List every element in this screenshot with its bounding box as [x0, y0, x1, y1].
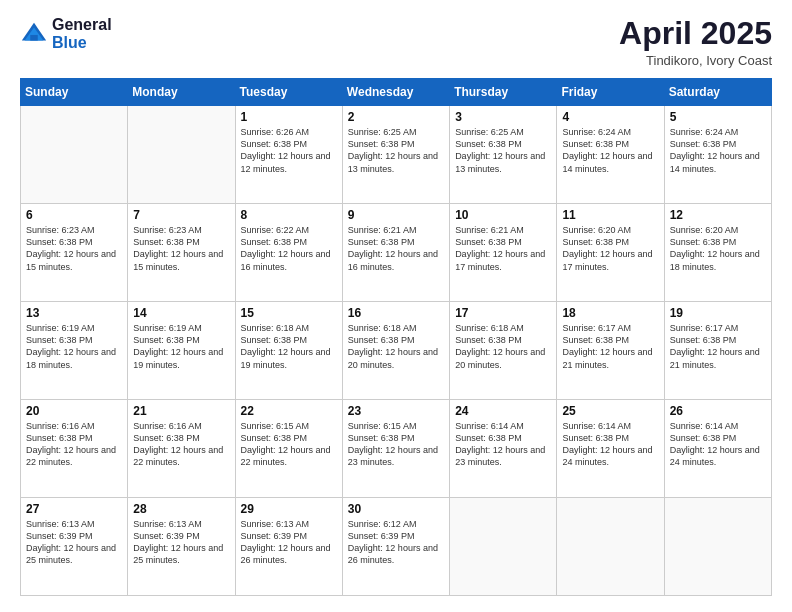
- day-info: Sunrise: 6:23 AM Sunset: 6:38 PM Dayligh…: [26, 224, 122, 273]
- day-number: 10: [455, 208, 551, 222]
- day-info: Sunrise: 6:24 AM Sunset: 6:38 PM Dayligh…: [562, 126, 658, 175]
- calendar-cell: 6Sunrise: 6:23 AM Sunset: 6:38 PM Daylig…: [21, 204, 128, 302]
- calendar-cell: 26Sunrise: 6:14 AM Sunset: 6:38 PM Dayli…: [664, 400, 771, 498]
- day-info: Sunrise: 6:19 AM Sunset: 6:38 PM Dayligh…: [133, 322, 229, 371]
- day-number: 28: [133, 502, 229, 516]
- calendar-day-header: Saturday: [664, 79, 771, 106]
- day-info: Sunrise: 6:13 AM Sunset: 6:39 PM Dayligh…: [241, 518, 337, 567]
- day-number: 20: [26, 404, 122, 418]
- day-info: Sunrise: 6:16 AM Sunset: 6:38 PM Dayligh…: [26, 420, 122, 469]
- calendar-day-header: Monday: [128, 79, 235, 106]
- day-number: 27: [26, 502, 122, 516]
- day-info: Sunrise: 6:18 AM Sunset: 6:38 PM Dayligh…: [455, 322, 551, 371]
- calendar-cell: 9Sunrise: 6:21 AM Sunset: 6:38 PM Daylig…: [342, 204, 449, 302]
- day-number: 14: [133, 306, 229, 320]
- calendar-cell: [450, 498, 557, 596]
- day-number: 5: [670, 110, 766, 124]
- day-info: Sunrise: 6:18 AM Sunset: 6:38 PM Dayligh…: [241, 322, 337, 371]
- calendar-cell: 16Sunrise: 6:18 AM Sunset: 6:38 PM Dayli…: [342, 302, 449, 400]
- day-info: Sunrise: 6:24 AM Sunset: 6:38 PM Dayligh…: [670, 126, 766, 175]
- calendar-day-header: Friday: [557, 79, 664, 106]
- day-number: 21: [133, 404, 229, 418]
- calendar-cell: 30Sunrise: 6:12 AM Sunset: 6:39 PM Dayli…: [342, 498, 449, 596]
- day-info: Sunrise: 6:17 AM Sunset: 6:38 PM Dayligh…: [562, 322, 658, 371]
- calendar-cell: 11Sunrise: 6:20 AM Sunset: 6:38 PM Dayli…: [557, 204, 664, 302]
- calendar-cell: 23Sunrise: 6:15 AM Sunset: 6:38 PM Dayli…: [342, 400, 449, 498]
- day-number: 8: [241, 208, 337, 222]
- day-info: Sunrise: 6:26 AM Sunset: 6:38 PM Dayligh…: [241, 126, 337, 175]
- day-number: 13: [26, 306, 122, 320]
- day-number: 4: [562, 110, 658, 124]
- calendar-cell: 3Sunrise: 6:25 AM Sunset: 6:38 PM Daylig…: [450, 106, 557, 204]
- day-info: Sunrise: 6:25 AM Sunset: 6:38 PM Dayligh…: [455, 126, 551, 175]
- calendar-body: 1Sunrise: 6:26 AM Sunset: 6:38 PM Daylig…: [21, 106, 772, 596]
- calendar-cell: 25Sunrise: 6:14 AM Sunset: 6:38 PM Dayli…: [557, 400, 664, 498]
- page-title: April 2025: [619, 16, 772, 51]
- day-number: 12: [670, 208, 766, 222]
- day-number: 24: [455, 404, 551, 418]
- day-number: 23: [348, 404, 444, 418]
- calendar-cell: [21, 106, 128, 204]
- page-subtitle: Tindikoro, Ivory Coast: [619, 53, 772, 68]
- day-info: Sunrise: 6:12 AM Sunset: 6:39 PM Dayligh…: [348, 518, 444, 567]
- calendar-cell: 10Sunrise: 6:21 AM Sunset: 6:38 PM Dayli…: [450, 204, 557, 302]
- day-number: 11: [562, 208, 658, 222]
- calendar-week-row: 27Sunrise: 6:13 AM Sunset: 6:39 PM Dayli…: [21, 498, 772, 596]
- calendar-cell: 2Sunrise: 6:25 AM Sunset: 6:38 PM Daylig…: [342, 106, 449, 204]
- calendar-cell: 27Sunrise: 6:13 AM Sunset: 6:39 PM Dayli…: [21, 498, 128, 596]
- calendar-cell: 13Sunrise: 6:19 AM Sunset: 6:38 PM Dayli…: [21, 302, 128, 400]
- title-block: April 2025 Tindikoro, Ivory Coast: [619, 16, 772, 68]
- day-number: 17: [455, 306, 551, 320]
- day-info: Sunrise: 6:13 AM Sunset: 6:39 PM Dayligh…: [133, 518, 229, 567]
- day-number: 3: [455, 110, 551, 124]
- calendar-week-row: 1Sunrise: 6:26 AM Sunset: 6:38 PM Daylig…: [21, 106, 772, 204]
- calendar-cell: [557, 498, 664, 596]
- calendar-day-header: Tuesday: [235, 79, 342, 106]
- logo: General Blue: [20, 16, 112, 52]
- calendar-cell: 4Sunrise: 6:24 AM Sunset: 6:38 PM Daylig…: [557, 106, 664, 204]
- calendar-day-header: Wednesday: [342, 79, 449, 106]
- day-number: 9: [348, 208, 444, 222]
- calendar-cell: 18Sunrise: 6:17 AM Sunset: 6:38 PM Dayli…: [557, 302, 664, 400]
- calendar-cell: 15Sunrise: 6:18 AM Sunset: 6:38 PM Dayli…: [235, 302, 342, 400]
- calendar-week-row: 13Sunrise: 6:19 AM Sunset: 6:38 PM Dayli…: [21, 302, 772, 400]
- day-info: Sunrise: 6:20 AM Sunset: 6:38 PM Dayligh…: [670, 224, 766, 273]
- page-header: General Blue April 2025 Tindikoro, Ivory…: [20, 16, 772, 68]
- calendar-cell: 8Sunrise: 6:22 AM Sunset: 6:38 PM Daylig…: [235, 204, 342, 302]
- day-info: Sunrise: 6:22 AM Sunset: 6:38 PM Dayligh…: [241, 224, 337, 273]
- calendar-week-row: 20Sunrise: 6:16 AM Sunset: 6:38 PM Dayli…: [21, 400, 772, 498]
- day-number: 22: [241, 404, 337, 418]
- logo-general-text: General: [52, 16, 112, 34]
- day-number: 2: [348, 110, 444, 124]
- svg-rect-2: [30, 35, 37, 41]
- logo-blue-text: Blue: [52, 34, 87, 51]
- day-info: Sunrise: 6:15 AM Sunset: 6:38 PM Dayligh…: [348, 420, 444, 469]
- calendar-table: SundayMondayTuesdayWednesdayThursdayFrid…: [20, 78, 772, 596]
- calendar-cell: 12Sunrise: 6:20 AM Sunset: 6:38 PM Dayli…: [664, 204, 771, 302]
- calendar-cell: 21Sunrise: 6:16 AM Sunset: 6:38 PM Dayli…: [128, 400, 235, 498]
- day-info: Sunrise: 6:15 AM Sunset: 6:38 PM Dayligh…: [241, 420, 337, 469]
- day-number: 19: [670, 306, 766, 320]
- calendar-cell: 1Sunrise: 6:26 AM Sunset: 6:38 PM Daylig…: [235, 106, 342, 204]
- day-info: Sunrise: 6:18 AM Sunset: 6:38 PM Dayligh…: [348, 322, 444, 371]
- calendar-header: SundayMondayTuesdayWednesdayThursdayFrid…: [21, 79, 772, 106]
- calendar-cell: 7Sunrise: 6:23 AM Sunset: 6:38 PM Daylig…: [128, 204, 235, 302]
- calendar-cell: 29Sunrise: 6:13 AM Sunset: 6:39 PM Dayli…: [235, 498, 342, 596]
- calendar-week-row: 6Sunrise: 6:23 AM Sunset: 6:38 PM Daylig…: [21, 204, 772, 302]
- calendar-cell: [664, 498, 771, 596]
- day-info: Sunrise: 6:21 AM Sunset: 6:38 PM Dayligh…: [455, 224, 551, 273]
- day-number: 15: [241, 306, 337, 320]
- calendar-cell: 20Sunrise: 6:16 AM Sunset: 6:38 PM Dayli…: [21, 400, 128, 498]
- day-number: 6: [26, 208, 122, 222]
- logo-icon: [20, 20, 48, 48]
- day-number: 18: [562, 306, 658, 320]
- calendar-day-header: Thursday: [450, 79, 557, 106]
- day-info: Sunrise: 6:21 AM Sunset: 6:38 PM Dayligh…: [348, 224, 444, 273]
- calendar-cell: 22Sunrise: 6:15 AM Sunset: 6:38 PM Dayli…: [235, 400, 342, 498]
- day-number: 29: [241, 502, 337, 516]
- calendar-cell: 5Sunrise: 6:24 AM Sunset: 6:38 PM Daylig…: [664, 106, 771, 204]
- day-number: 26: [670, 404, 766, 418]
- day-info: Sunrise: 6:17 AM Sunset: 6:38 PM Dayligh…: [670, 322, 766, 371]
- calendar-cell: 24Sunrise: 6:14 AM Sunset: 6:38 PM Dayli…: [450, 400, 557, 498]
- day-number: 1: [241, 110, 337, 124]
